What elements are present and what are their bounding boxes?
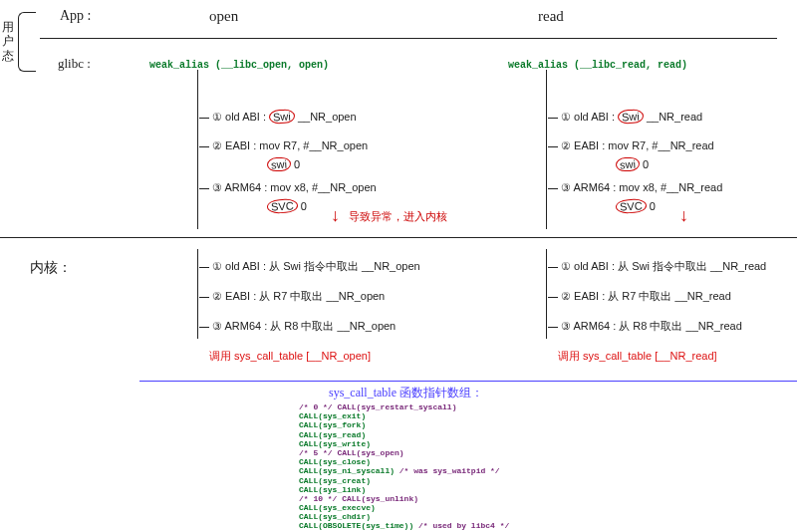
- weak-alias-read: weak_alias (__libc_read, read): [508, 60, 687, 71]
- read-kern-oldabi: ① old ABI : 从 Swi 指令中取出 __NR_read: [548, 259, 766, 274]
- open-kern-eabi: ② EABI : 从 R7 中取出 __NR_open: [199, 289, 385, 304]
- user-space-bracket: [18, 12, 36, 72]
- red-note-exception: 导致异常，进入内核: [349, 209, 447, 224]
- read-kern-arm64: ③ ARM64 : 从 R8 中取出 __NR_read: [548, 319, 742, 334]
- label: ① old ABI :: [212, 111, 266, 123]
- read-eabi-line2: swi 0: [616, 157, 649, 171]
- sys-call-table-code: /* 0 */ CALL(sys_restart_syscall) CALL(s…: [299, 402, 509, 531]
- code-comment: /* was sys_waitpid */: [395, 466, 500, 475]
- zero: 0: [650, 200, 656, 212]
- zero: 0: [301, 200, 307, 212]
- open-eabi-line2: swi 0: [267, 157, 300, 171]
- open-oldabi: ① old ABI : Swi __NR_open: [199, 110, 357, 124]
- code-line: CALL(OBSOLETE(sys_time)): [299, 521, 413, 530]
- call-read: 调用 sys_call_table [__NR_read]: [558, 349, 717, 364]
- code-line: CALL(sys_fork): [299, 420, 509, 429]
- code-line: CALL(sys_link): [299, 485, 509, 494]
- open-eabi: ② EABI : mov R7, #__NR_open: [199, 139, 368, 152]
- vline-read: [546, 70, 547, 229]
- code-line: /* 0 */ CALL(sys_restart_syscall): [299, 402, 456, 411]
- code-line: CALL(sys_read): [299, 430, 509, 439]
- read-arm64: ③ ARM64 : mov x8, #__NR_read: [548, 181, 722, 194]
- nr: __NR_open: [298, 111, 357, 123]
- nr: __NR_read: [647, 111, 702, 123]
- divider-app: [40, 38, 777, 39]
- read-eabi: ② EABI : mov R7, #__NR_read: [548, 139, 714, 152]
- open-arm64: ③ ARM64 : mov x8, #__NR_open: [199, 181, 377, 194]
- swi-circled: Swi: [269, 109, 295, 124]
- arrow-down-icon: ↓: [679, 205, 688, 226]
- col-head-open: open: [209, 8, 238, 25]
- mov: mov x8, #__NR_read: [619, 181, 722, 193]
- label: ① old ABI :: [561, 111, 615, 123]
- code-line: CALL(sys_creat): [299, 476, 509, 485]
- mov: mov x8, #__NR_open: [270, 181, 376, 193]
- read-oldabi: ① old ABI : Swi __NR_read: [548, 110, 702, 124]
- label: ③ ARM64 :: [212, 181, 267, 193]
- row-label-glibc: glibc :: [58, 56, 91, 72]
- sys-call-table-title: sys_call_table 函数指针数组：: [329, 385, 483, 401]
- divider-kernel: [0, 237, 797, 238]
- open-kern-oldabi: ① old ABI : 从 Swi 指令中取出 __NR_open: [199, 259, 420, 274]
- mov: mov R7, #__NR_read: [608, 139, 713, 151]
- svc-circled: SVC: [616, 198, 647, 214]
- code-line: CALL(sys_close): [299, 457, 509, 466]
- divider-table: [139, 381, 797, 382]
- open-kern-arm64: ③ ARM64 : 从 R8 中取出 __NR_open: [199, 319, 396, 334]
- zero: 0: [294, 158, 300, 170]
- code-comment: /* used by libc4 */: [413, 521, 509, 530]
- vline-open-kern: [197, 249, 198, 339]
- code-line: CALL(sys_ni_syscall): [299, 466, 395, 475]
- vline-read-kern: [546, 249, 547, 339]
- zero: 0: [643, 158, 649, 170]
- user-space-label: 用 户 态: [2, 20, 14, 63]
- code-line: /* 10 */ CALL(sys_unlink): [299, 494, 418, 503]
- vline-open: [197, 70, 198, 229]
- read-kern-eabi: ② EABI : 从 R7 中取出 __NR_read: [548, 289, 731, 304]
- code-line: CALL(sys_write): [299, 439, 509, 448]
- swi-circled: swi: [616, 156, 641, 171]
- code-line: CALL(sys_execve): [299, 503, 509, 512]
- row-label-app: App :: [60, 8, 92, 24]
- label: ③ ARM64 :: [561, 181, 616, 193]
- open-arm64-line2: SVC 0: [267, 199, 307, 213]
- mov: mov R7, #__NR_open: [259, 139, 368, 151]
- weak-alias-open: weak_alias (__libc_open, open): [149, 60, 329, 71]
- code-line: /* 5 */ CALL(sys_open): [299, 448, 404, 457]
- row-label-kernel: 内核：: [30, 259, 72, 277]
- read-arm64-line2: SVC 0: [616, 199, 656, 213]
- swi-circled: swi: [267, 156, 292, 171]
- label: ② EABI :: [561, 139, 605, 151]
- col-head-read: read: [538, 8, 564, 25]
- arrow-down-icon: ↓: [331, 205, 340, 226]
- label: ② EABI :: [212, 139, 256, 151]
- code-line: CALL(sys_chdir): [299, 512, 509, 521]
- code-line: CALL(sys_exit): [299, 411, 509, 420]
- svc-circled: SVC: [267, 198, 298, 214]
- call-open: 调用 sys_call_table [__NR_open]: [209, 349, 371, 364]
- swi-circled: Swi: [618, 109, 644, 124]
